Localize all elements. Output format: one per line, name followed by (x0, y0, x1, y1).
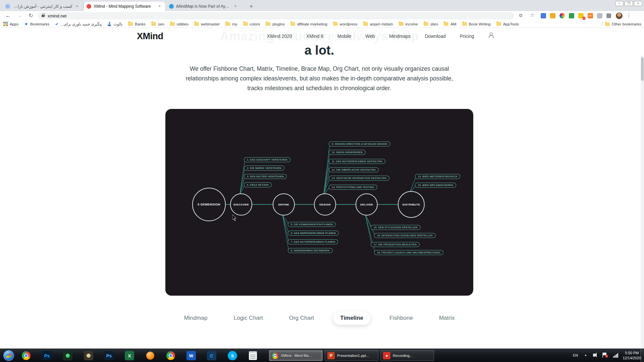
minimize-icon[interactable]: – (615, 1, 624, 6)
c-app-taskbar-icon[interactable]: C (207, 351, 216, 360)
bookmark-item[interactable]: AM (444, 22, 456, 26)
bookmark-item[interactable]: Apps (3, 22, 18, 26)
bookmark-item[interactable]: my (225, 22, 237, 26)
send-to-device-icon[interactable]: ⧉ (519, 13, 522, 18)
lightbulb-extension-icon[interactable]: 4 (578, 13, 584, 18)
bookmark-label: webmaster (201, 22, 220, 26)
calendar-taskbar-icon[interactable] (248, 351, 258, 360)
diagram-topic-pill: 12. DIE OBERFLACHE GESTALTEN (329, 167, 379, 172)
tab-title: XMind - Mind Mapping Software (94, 4, 155, 9)
bookmark-item[interactable]: AppTools (496, 22, 519, 26)
show-desktop-button[interactable] (641, 349, 644, 362)
new-tab-button[interactable]: + (247, 3, 255, 11)
star-icon: ★ (24, 21, 28, 26)
chrome-taskbar-icon[interactable] (21, 351, 31, 360)
taskbar-window-recorder[interactable]: ●Recording... (380, 350, 434, 361)
tray-chevron-icon[interactable]: ▲ (584, 354, 587, 357)
bookmark-star-icon[interactable]: ☆ (530, 12, 534, 18)
chart-type-tab-matrix[interactable]: Matrix (432, 311, 462, 325)
bookmark-item[interactable]: Banks (128, 22, 146, 26)
clock[interactable]: 5:50 PM 12/14/2020 (623, 351, 641, 361)
volume-icon[interactable] (593, 354, 595, 357)
nav-item-mindmaps[interactable]: Mindmaps (389, 34, 411, 39)
bookmark-item[interactable]: seo (151, 22, 164, 26)
so-extension-icon[interactable]: SO (588, 13, 593, 18)
back-icon[interactable]: ← (4, 12, 12, 20)
orange-app-taskbar-icon[interactable] (146, 351, 155, 360)
address-bar[interactable]: xmind.net (38, 12, 514, 19)
language-indicator[interactable]: EN (573, 353, 578, 357)
xmind-logo[interactable]: XMind (137, 31, 163, 42)
tray-time: 5:50 PM (623, 351, 641, 356)
bookmark-item[interactable]: ★Bookmarks (24, 21, 49, 26)
network-icon[interactable] (613, 353, 619, 358)
maximize-icon[interactable]: ❐ (625, 1, 633, 6)
diagram-topic-pill: 5. DIE KOMMUNIKATION PLANEN (288, 222, 336, 227)
taskbar-window-chrome[interactable]: XMind - Mind Ma... (269, 350, 323, 361)
bookmark-item[interactable]: wordpress (333, 22, 358, 26)
nav-item-web[interactable]: Web (365, 34, 375, 39)
chart-type-tab-mindmap[interactable]: Mindmap (177, 311, 215, 325)
profile-avatar[interactable] (616, 12, 623, 19)
tab-close-icon[interactable]: × (157, 4, 162, 9)
nav-item-pricing[interactable]: Pricing (460, 34, 474, 39)
action-center-flag-icon[interactable]: × (603, 353, 606, 355)
browser-tab[interactable]: كسب و كار اينترنتي - آموزش بازاريابي اي.… (3, 2, 83, 11)
diagram-topic-pill: 1. DAS GESCHAFT VERSTEHEN (244, 157, 290, 162)
bookmark-item[interactable]: Book Writing (462, 22, 491, 26)
bookmark-item[interactable]: anjam midam (363, 22, 393, 26)
tab-favicon-icon (169, 4, 174, 9)
excel-taskbar-icon[interactable]: X (125, 351, 134, 360)
chart-type-tab-timeline[interactable]: Timeline (333, 311, 370, 325)
reload-icon[interactable]: ↻ (27, 12, 35, 20)
browser-tab[interactable]: XMind - Mind Mapping Software× (84, 2, 165, 11)
diagram-topic-pill: 9. DESIGN DIRECTION & DETAILED DESIGN (329, 141, 390, 146)
tan-app-taskbar-icon[interactable] (84, 351, 93, 360)
chart-type-tab-fishbone[interactable]: Fishbone (382, 311, 420, 325)
nav-item-download[interactable]: Download (425, 34, 445, 39)
tab-close-icon[interactable]: × (74, 4, 80, 9)
bookmark-item[interactable]: colors (243, 22, 260, 26)
chart-type-tab-logic-chart[interactable]: Logic Chart (227, 311, 270, 325)
bookmark-item[interactable]: webmaster (194, 22, 220, 26)
browser-app-taskbar-icon[interactable] (166, 351, 175, 360)
nav-item-mobile[interactable]: Mobile (337, 34, 351, 39)
puzzle-extensions-icon[interactable] (606, 13, 611, 18)
folder-icon (266, 22, 270, 26)
flame-extension-icon[interactable] (550, 13, 555, 18)
skype-taskbar-icon[interactable]: S (228, 351, 237, 360)
bookmark-item[interactable]: بالوت (107, 22, 122, 26)
bookmark-item[interactable]: affiliate marketing (290, 22, 327, 26)
other-bookmarks[interactable]: Other bookmarks (605, 22, 641, 26)
green-app-taskbar-icon[interactable] (63, 351, 72, 360)
bookmark-item[interactable]: utilities (170, 22, 189, 26)
forward-icon[interactable]: → (15, 12, 23, 20)
browser-tab[interactable]: iMindMap is Now Part of Ayoa. D× (166, 2, 241, 11)
account-icon[interactable] (488, 32, 494, 38)
start-button[interactable] (3, 350, 14, 361)
photoshop-alt-taskbar-icon[interactable]: Ps (104, 351, 114, 360)
photoshop-taskbar-icon[interactable]: Ps (42, 351, 52, 360)
scrollbar-thumb[interactable] (641, 57, 644, 81)
chart-type-tab-org-chart[interactable]: Org Chart (282, 311, 321, 325)
notes-extension-icon[interactable] (597, 13, 602, 18)
nav-item-xmind-8[interactable]: XMind 8 (306, 34, 323, 39)
colorwheel-extension-icon[interactable] (559, 13, 565, 18)
folder-icon (333, 22, 338, 26)
hero-paragraph: We offer Fishbone Chart, Matrix, Timelin… (0, 64, 639, 93)
globe-extension-icon[interactable] (569, 13, 574, 18)
profile-extension-icon[interactable] (541, 13, 546, 18)
bookmark-label: seo (158, 22, 164, 26)
bookmark-item[interactable]: ✔پیگیری حمید باوری برای... (55, 22, 102, 26)
taskbar-window-powerpoint[interactable]: PPresentation1.ppt... (325, 350, 378, 361)
word-taskbar-icon[interactable]: W (186, 351, 196, 360)
tab-close-icon[interactable]: × (233, 4, 238, 9)
bookmark-item[interactable]: sites (424, 22, 438, 26)
bookmark-item[interactable]: income (399, 22, 418, 26)
bookmark-item[interactable]: plugins (266, 22, 284, 26)
browser-menu-icon[interactable]: ⋮ (627, 12, 631, 18)
close-icon[interactable]: × (634, 1, 642, 6)
page-scrollbar[interactable] (641, 56, 644, 362)
diagram-node-define: DEFINE (273, 193, 295, 216)
nav-item-xmind-2020[interactable]: XMind 2020 (267, 34, 292, 39)
